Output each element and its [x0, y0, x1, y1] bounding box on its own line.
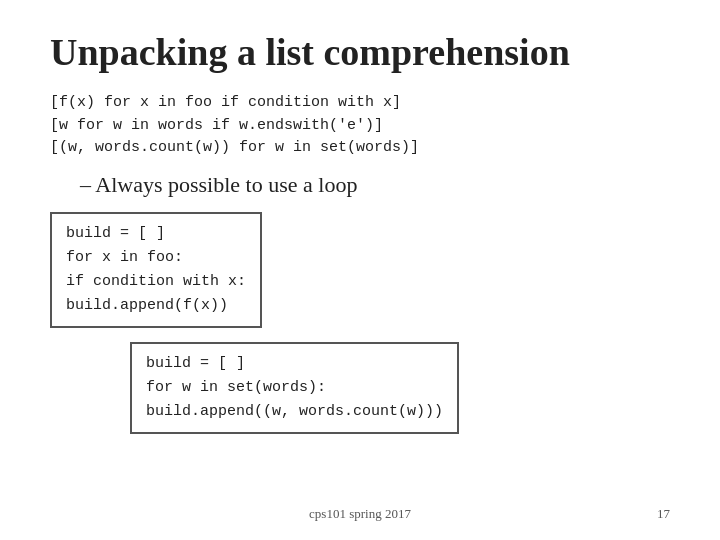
subtitle: – Always possible to use a loop — [80, 172, 670, 198]
box2-line-1: build = [ ] — [146, 352, 443, 376]
footer-text: cps101 spring 2017 — [309, 506, 411, 522]
box1-line-3: if condition with x: — [66, 270, 246, 294]
code-examples: [f(x) for x in foo if condition with x] … — [50, 92, 670, 160]
box1-line-1: build = [ ] — [66, 222, 246, 246]
box1-line-4: build.append(f(x)) — [66, 294, 246, 318]
box2-line-2: for w in set(words): — [146, 376, 443, 400]
box2-line-3: build.append((w, words.count(w))) — [146, 400, 443, 424]
code-box-1: build = [ ] for x in foo: if condition w… — [50, 212, 262, 328]
code-line-3: [(w, words.count(w)) for w in set(words)… — [50, 137, 670, 160]
page-number: 17 — [657, 506, 670, 522]
code-line-1: [f(x) for x in foo if condition with x] — [50, 92, 670, 115]
footer: cps101 spring 2017 — [0, 506, 720, 522]
code-line-2: [w for w in words if w.endswith('e')] — [50, 115, 670, 138]
code-box-2: build = [ ] for w in set(words): build.a… — [130, 342, 459, 434]
box1-line-2: for x in foo: — [66, 246, 246, 270]
slide: Unpacking a list comprehension [f(x) for… — [0, 0, 720, 540]
slide-title: Unpacking a list comprehension — [50, 30, 670, 74]
